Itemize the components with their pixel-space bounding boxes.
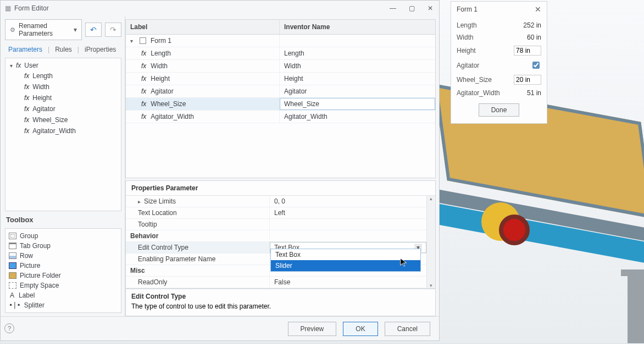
form1-value[interactable]: 60 in: [527, 34, 541, 41]
form1-row-width: Width 60 in: [457, 31, 541, 43]
grid-row[interactable]: fxWheel_SizeWheel_Size: [126, 98, 435, 111]
grid-row[interactable]: fxWidthWidth: [126, 60, 435, 73]
fx-icon: fx: [141, 50, 146, 57]
form1-label: Wheel_Size: [457, 76, 492, 84]
grid-row[interactable]: fxAgitator_WidthAgitator_Width: [126, 111, 435, 123]
agitator-wheel: [499, 215, 530, 245]
col-header-inventor[interactable]: Inventor Name: [280, 20, 435, 34]
form1-label: Height: [457, 47, 476, 54]
fx-icon: fx: [24, 72, 29, 80]
props-scrollbar[interactable]: [426, 196, 435, 288]
tree-item[interactable]: fxAgitator_Width: [8, 125, 119, 136]
tree-item[interactable]: fxLength: [8, 70, 119, 81]
back-button[interactable]: ↶: [85, 23, 102, 37]
close-icon[interactable]: ✕: [426, 4, 435, 12]
fx-icon: fx: [141, 87, 146, 95]
fx-icon: fx: [24, 105, 29, 113]
app-icon: ▦: [5, 4, 11, 12]
form1-wheelsize-input[interactable]: [514, 75, 541, 85]
close-icon[interactable]: ✕: [535, 5, 541, 14]
combo-option-textbox[interactable]: Text Box: [271, 249, 420, 260]
grid-inventor-name[interactable]: Wheel_Size: [280, 98, 435, 110]
tree-item[interactable]: fxHeight: [8, 92, 119, 103]
toolbox-item-label[interactable]: ALabel: [9, 290, 118, 300]
toolbox-item-tabgroup[interactable]: Tab Group: [9, 241, 118, 251]
form1-label: Width: [457, 34, 474, 41]
tree-item-label: Wheel_Size: [32, 116, 68, 124]
preview-button[interactable]: Preview: [288, 322, 337, 336]
grid-inventor-name[interactable]: Height: [280, 73, 435, 85]
form1-titlebar: Form 1 ✕: [451, 2, 547, 17]
col-header-label[interactable]: Label: [126, 20, 280, 34]
tab-rules[interactable]: Rules: [54, 45, 73, 54]
tree-root-user[interactable]: fx User: [8, 61, 119, 70]
minimize-icon[interactable]: —: [388, 4, 397, 12]
ok-button[interactable]: OK: [343, 322, 377, 336]
help-icon[interactable]: ?: [4, 323, 14, 333]
description-title: Edit Control Type: [131, 293, 430, 302]
grid-inventor-name[interactable]: Agitator: [280, 85, 435, 97]
property-description: Edit Control Type The type of control to…: [125, 289, 436, 316]
tab-parameters[interactable]: Parameters: [7, 45, 43, 54]
grid-label: Width: [151, 62, 168, 70]
grid-inventor-name[interactable]: Agitator_Width: [280, 111, 435, 123]
tree-item[interactable]: fxAgitator: [8, 103, 119, 114]
form1-title-text: Form 1: [457, 6, 478, 13]
source-tabs: Parameters | Rules | iProperties: [5, 43, 121, 56]
toolbox-item-group[interactable]: Group: [9, 231, 118, 241]
fx-icon: fx: [141, 62, 146, 70]
tab-iproperties[interactable]: iProperties: [84, 45, 117, 54]
splitter-icon: •|•: [9, 301, 21, 309]
tabgroup-icon: [9, 243, 16, 249]
cancel-button[interactable]: Cancel: [385, 322, 430, 336]
prop-readonly[interactable]: ReadOnlyFalse: [126, 277, 426, 288]
form1-value[interactable]: 252 in: [523, 21, 541, 29]
grid-row[interactable]: fxLengthLength: [126, 47, 435, 60]
tree-item-label: Length: [32, 72, 53, 80]
properties-panel: Properties Parameter Size Limits0, 0 Tex…: [125, 180, 436, 289]
editor-button-row: Preview OK Cancel: [1, 316, 439, 340]
renamed-params-dropdown[interactable]: Renamed Parameters: [5, 19, 82, 40]
tree-item[interactable]: fxWidth: [8, 81, 119, 92]
grid-row[interactable]: fxAgitatorAgitator: [126, 85, 435, 98]
tree-item-label: Height: [32, 94, 52, 102]
group-icon: [9, 233, 16, 239]
toolbox-item-row[interactable]: Row: [9, 251, 118, 261]
grid-inventor-name[interactable]: Width: [280, 60, 435, 72]
prop-header-behavior[interactable]: Behavior: [126, 230, 426, 242]
form-editor-window: ▦ Form Editor — ▢ ✕ Renamed Parameters ↶…: [0, 0, 440, 341]
dropdown-label: Renamed Parameters: [19, 22, 70, 37]
prop-size-limits[interactable]: Size Limits0, 0: [126, 196, 426, 207]
browser-tab-strip: [0, 343, 644, 363]
support-leg: [628, 275, 644, 352]
form1-agitator-checkbox[interactable]: [532, 62, 540, 69]
grid-label: Wheel_Size: [151, 100, 186, 108]
combo-option-slider[interactable]: Slider: [271, 260, 420, 271]
toolbox-item-emptyspace[interactable]: Empty Space: [9, 280, 118, 290]
edit-control-dropdown-popup: Text Box Slider: [270, 249, 421, 272]
fx-icon: fx: [141, 113, 146, 120]
form-design-grid: Label Inventor Name Form 1 fxLengthLengt…: [125, 19, 436, 178]
fx-icon: fx: [24, 83, 29, 91]
done-button[interactable]: Done: [479, 103, 520, 117]
forward-button[interactable]: ↷: [105, 23, 121, 37]
toolbox-panel: Group Tab Group Row Picture Picture Fold…: [5, 228, 121, 313]
grid-row-form[interactable]: Form 1: [126, 35, 435, 47]
toolbox-item-picture[interactable]: Picture: [9, 261, 118, 271]
tree-item[interactable]: fxWheel_Size: [8, 114, 119, 125]
prop-tooltip[interactable]: Tooltip: [126, 219, 426, 230]
grid-row[interactable]: fxHeightHeight: [126, 73, 435, 85]
tree-item-label: Width: [32, 83, 49, 91]
description-text: The type of control to use to edit this …: [131, 302, 430, 310]
toolbox-item-splitter[interactable]: •|•Splitter: [9, 300, 118, 310]
maximize-icon[interactable]: ▢: [407, 4, 416, 12]
form1-value[interactable]: 51 in: [527, 89, 541, 97]
form1-height-input[interactable]: [514, 46, 541, 56]
grid-inventor-name[interactable]: Length: [280, 47, 435, 59]
toolbox-item-picturefolder[interactable]: Picture Folder: [9, 271, 118, 280]
parameter-tree[interactable]: fx User fxLengthfxWidthfxHeightfxAgitato…: [5, 58, 121, 211]
grid-label: Height: [151, 75, 170, 82]
prop-text-location[interactable]: Text LocationLeft: [126, 207, 426, 219]
row-icon: [9, 252, 16, 259]
form1-row-height: Height: [457, 43, 541, 58]
